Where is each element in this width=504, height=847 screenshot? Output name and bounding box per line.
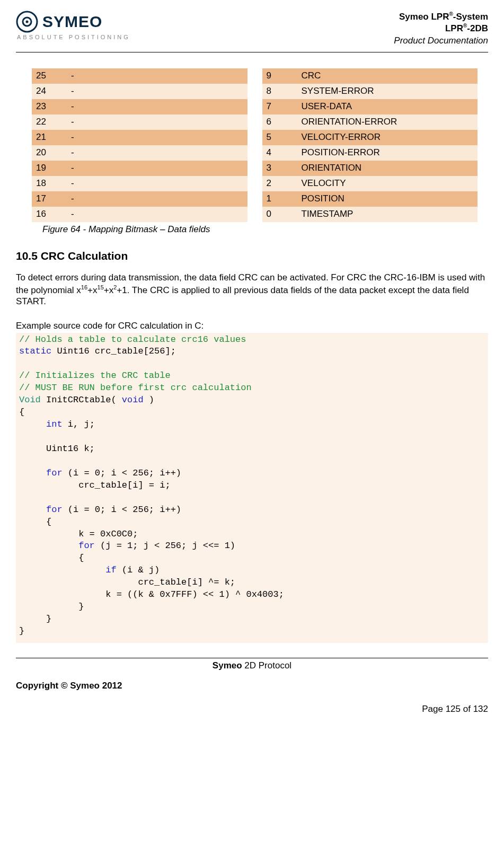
cell-bit: 16 xyxy=(32,209,67,219)
page: SYMEO ABSOLUTE POSITIONING Symeo LPR®-Sy… xyxy=(0,0,504,730)
cell-value: VELOCITY xyxy=(297,178,478,189)
cell-value: - xyxy=(67,101,247,112)
code-block: // Holds a table to calculate crc16 valu… xyxy=(16,333,488,643)
cell-bit: 19 xyxy=(32,163,67,173)
cell-value: POSITION-ERROR xyxy=(297,147,478,158)
cell-bit: 25 xyxy=(32,70,67,81)
table-row: 4POSITION-ERROR xyxy=(262,145,478,161)
header-line-2: LPR®-2DB xyxy=(394,23,488,35)
table-row: 18- xyxy=(32,176,247,191)
table-row: 9CRC xyxy=(262,68,478,84)
header-right: Symeo LPR®-System LPR®-2DB Product Docum… xyxy=(394,11,488,47)
table-row: 5VELOCITY-ERROR xyxy=(262,130,478,145)
cell-value: SYSTEM-ERROR xyxy=(297,86,478,96)
table-row: 21- xyxy=(32,130,247,145)
cell-bit: 17 xyxy=(32,193,67,204)
cell-value: - xyxy=(67,163,247,173)
left-table: 25-24-23-22-21-20-19-18-17-16- xyxy=(32,68,247,222)
cell-bit: 20 xyxy=(32,147,67,158)
cell-bit: 8 xyxy=(262,86,297,96)
cell-bit: 2 xyxy=(262,178,297,189)
cell-value: USER-DATA xyxy=(297,101,478,112)
figure-caption: Figure 64 - Mapping Bitmask – Data field… xyxy=(42,224,488,235)
footer-separator xyxy=(16,658,488,658)
table-row: 7USER-DATA xyxy=(262,99,478,114)
cell-bit: 1 xyxy=(262,193,297,204)
table-row: 20- xyxy=(32,145,247,161)
cell-bit: 9 xyxy=(262,70,297,81)
svg-point-2 xyxy=(26,21,29,23)
logo-text: SYMEO xyxy=(42,13,102,31)
cell-value: ORIENTATION-ERROR xyxy=(297,117,478,127)
cell-value: - xyxy=(67,193,247,204)
table-row: 16- xyxy=(32,207,247,222)
body-paragraph: To detect errors during data transmissio… xyxy=(16,272,488,308)
section-heading: 10.5 CRC Calculation xyxy=(16,250,488,262)
table-row: 25- xyxy=(32,68,247,84)
page-header: SYMEO ABSOLUTE POSITIONING Symeo LPR®-Sy… xyxy=(16,11,488,52)
table-row: 2VELOCITY xyxy=(262,176,478,191)
cell-value: - xyxy=(67,117,247,127)
right-table: 9CRC8SYSTEM-ERROR7USER-DATA6ORIENTATION-… xyxy=(262,68,478,222)
cell-value: - xyxy=(67,178,247,189)
logo-icon xyxy=(16,11,38,33)
footer-page-number: Page 125 of 132 xyxy=(16,704,488,714)
table-row: 19- xyxy=(32,161,247,176)
table-row: 1POSITION xyxy=(262,191,478,207)
example-label: Example source code for CRC calculation … xyxy=(16,321,488,331)
header-line-1: Symeo LPR®-System xyxy=(394,11,488,23)
cell-bit: 23 xyxy=(32,101,67,112)
logo-subtext: ABSOLUTE POSITIONING xyxy=(17,34,130,40)
cell-bit: 18 xyxy=(32,178,67,189)
cell-value: TIMESTAMP xyxy=(297,209,478,219)
cell-value: VELOCITY-ERROR xyxy=(297,132,478,143)
cell-value: ORIENTATION xyxy=(297,163,478,173)
cell-bit: 24 xyxy=(32,86,67,96)
cell-bit: 7 xyxy=(262,101,297,112)
cell-bit: 4 xyxy=(262,147,297,158)
cell-value: - xyxy=(67,86,247,96)
table-row: 17- xyxy=(32,191,247,207)
logo-row: SYMEO xyxy=(16,11,130,33)
table-row: 22- xyxy=(32,114,247,130)
cell-bit: 21 xyxy=(32,132,67,143)
cell-value: - xyxy=(67,209,247,219)
cell-value: - xyxy=(67,70,247,81)
header-line-3: Product Documentation xyxy=(394,35,488,47)
table-row: 24- xyxy=(32,84,247,99)
footer-copyright: Copyright © Symeo 2012 xyxy=(16,681,488,691)
cell-bit: 0 xyxy=(262,209,297,219)
cell-value: POSITION xyxy=(297,193,478,204)
table-row: 0TIMESTAMP xyxy=(262,207,478,222)
cell-bit: 5 xyxy=(262,132,297,143)
cell-bit: 22 xyxy=(32,117,67,127)
table-row: 3ORIENTATION xyxy=(262,161,478,176)
cell-value: CRC xyxy=(297,70,478,81)
cell-bit: 3 xyxy=(262,163,297,173)
cell-bit: 6 xyxy=(262,117,297,127)
footer-center: Symeo 2D Protocol xyxy=(16,660,488,671)
tables-row: 25-24-23-22-21-20-19-18-17-16- 9CRC8SYST… xyxy=(32,68,478,222)
table-row: 8SYSTEM-ERROR xyxy=(262,84,478,99)
cell-value: - xyxy=(67,147,247,158)
logo-area: SYMEO ABSOLUTE POSITIONING xyxy=(16,11,130,40)
table-row: 6ORIENTATION-ERROR xyxy=(262,114,478,130)
cell-value: - xyxy=(67,132,247,143)
table-row: 23- xyxy=(32,99,247,114)
